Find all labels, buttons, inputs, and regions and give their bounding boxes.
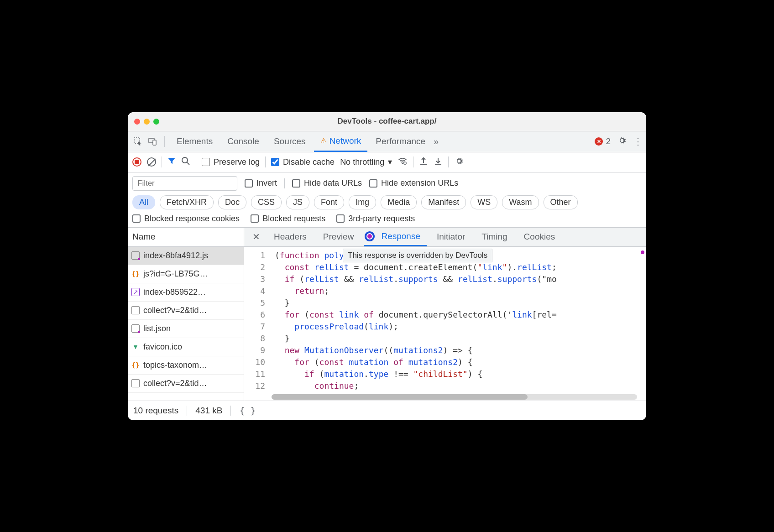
doc-file-icon xyxy=(131,379,140,387)
pretty-print-button[interactable]: { } xyxy=(239,405,256,416)
request-row[interactable]: collect?v=2&tid… xyxy=(128,302,244,320)
chip-fetch-xhr[interactable]: Fetch/XHR xyxy=(160,195,214,209)
separator xyxy=(162,156,162,167)
more-menu-icon[interactable]: ⋮ xyxy=(633,136,643,147)
chip-all[interactable]: All xyxy=(132,195,155,209)
transfer-size: 431 kB xyxy=(195,406,222,416)
chip-wasm[interactable]: Wasm xyxy=(502,195,539,209)
blocked-requests-checkbox[interactable]: Blocked requests xyxy=(251,214,325,224)
zoom-window-button[interactable] xyxy=(153,119,159,125)
minimize-window-button[interactable] xyxy=(144,119,150,125)
disable-cache-label: Disable cache xyxy=(283,157,335,167)
request-name: collect?v=2&tid… xyxy=(143,379,207,388)
error-badge-icon xyxy=(595,137,603,146)
network-toolbar: Preserve log Disable cache No throttling… xyxy=(128,152,646,172)
disable-cache-checkbox[interactable]: Disable cache xyxy=(271,157,335,167)
preserve-log-checkbox[interactable]: Preserve log xyxy=(202,157,260,167)
request-list: Name index-8bfa4912.js {}js?id=G-LB75G… … xyxy=(128,228,244,401)
request-name: favicon.ico xyxy=(143,342,182,352)
hide-data-label: Hide data URLs xyxy=(304,178,362,188)
js-file-icon xyxy=(131,251,140,260)
separator xyxy=(164,136,165,147)
code-content[interactable]: (function polyfil const relList = docume… xyxy=(270,247,646,401)
chip-manifest[interactable]: Manifest xyxy=(421,195,466,209)
chip-ws[interactable]: WS xyxy=(471,195,497,209)
request-row[interactable]: index-8bfa4912.js xyxy=(128,247,244,265)
device-toggle-icon[interactable] xyxy=(146,135,159,148)
tab-performance[interactable]: Performance xyxy=(369,131,432,152)
record-button[interactable] xyxy=(132,157,141,167)
hide-extension-urls-checkbox[interactable]: Hide extension URLs xyxy=(369,178,458,188)
error-count-value: 2 xyxy=(606,136,611,146)
scrollbar-thumb[interactable] xyxy=(272,394,528,400)
settings-gear-icon[interactable] xyxy=(617,136,627,148)
chip-doc[interactable]: Doc xyxy=(218,195,246,209)
tab-cookies[interactable]: Cookies xyxy=(518,228,562,246)
scrollbar-marker xyxy=(641,250,644,254)
request-row[interactable]: collect?v=2&tid… xyxy=(128,375,244,393)
error-count[interactable]: 2 xyxy=(595,136,611,146)
tab-timing[interactable]: Timing xyxy=(475,228,513,246)
filter-input[interactable] xyxy=(132,176,237,191)
tab-response-label: Response xyxy=(381,231,420,241)
hide-data-urls-checkbox[interactable]: Hide data URLs xyxy=(292,178,362,188)
download-icon[interactable] xyxy=(434,156,443,168)
request-row[interactable]: ▼favicon.ico xyxy=(128,338,244,356)
upload-icon[interactable] xyxy=(419,156,428,168)
request-name: index-b859522… xyxy=(143,287,206,297)
tab-elements[interactable]: Elements xyxy=(170,131,219,152)
tab-sources[interactable]: Sources xyxy=(267,131,312,152)
status-bar: 10 requests 431 kB { } xyxy=(128,401,646,420)
chip-media[interactable]: Media xyxy=(381,195,417,209)
chip-font[interactable]: Font xyxy=(314,195,344,209)
tab-network[interactable]: Network xyxy=(314,131,368,152)
filter-icon[interactable] xyxy=(167,157,176,167)
request-row[interactable]: {}topics-taxonom… xyxy=(128,356,244,375)
chip-js[interactable]: JS xyxy=(286,195,309,209)
request-count: 10 requests xyxy=(133,406,178,416)
tab-preview[interactable]: Preview xyxy=(317,228,361,246)
type-filter-chips: All Fetch/XHR Doc CSS JS Font Img Media … xyxy=(132,195,642,209)
third-party-checkbox[interactable]: 3rd-party requests xyxy=(336,214,415,224)
column-header-name[interactable]: Name xyxy=(128,228,244,247)
network-conditions-icon[interactable] xyxy=(397,156,408,168)
blocked-cookies-checkbox[interactable]: Blocked response cookies xyxy=(132,214,240,224)
tab-response[interactable]: Response xyxy=(364,228,427,246)
tab-console[interactable]: Console xyxy=(221,131,266,152)
filter-bar: Invert Hide data URLs Hide extension URL… xyxy=(128,172,646,228)
css-file-icon: ↗ xyxy=(131,288,140,296)
clear-button[interactable] xyxy=(147,157,156,167)
hide-ext-label: Hide extension URLs xyxy=(381,178,458,188)
throttling-value: No throttling xyxy=(340,157,384,167)
preserve-log-label: Preserve log xyxy=(214,157,260,167)
horizontal-scrollbar[interactable] xyxy=(272,394,637,400)
request-rows: index-8bfa4912.js {}js?id=G-LB75G… ↗inde… xyxy=(128,247,244,401)
request-row[interactable]: ↗index-b859522… xyxy=(128,283,244,302)
svg-line-4 xyxy=(187,162,189,165)
close-detail-icon[interactable]: ✕ xyxy=(249,231,264,242)
chip-other[interactable]: Other xyxy=(544,195,578,209)
blocked-cookies-label: Blocked response cookies xyxy=(144,214,240,224)
main-area: Name index-8bfa4912.js {}js?id=G-LB75G… … xyxy=(128,228,646,401)
network-settings-gear-icon[interactable] xyxy=(454,156,464,168)
invert-checkbox[interactable]: Invert xyxy=(245,178,277,188)
inspect-element-icon[interactable] xyxy=(131,135,144,148)
separator xyxy=(413,156,413,167)
override-tooltip: This response is overridden by DevTools xyxy=(343,249,492,262)
separator xyxy=(196,156,196,167)
chip-img[interactable]: Img xyxy=(349,195,376,209)
tab-initiator[interactable]: Initiator xyxy=(430,228,471,246)
svg-rect-2 xyxy=(153,140,156,145)
throttling-select[interactable]: No throttling ▾ xyxy=(340,157,392,167)
search-icon[interactable] xyxy=(181,156,190,168)
devtools-window: DevTools - coffee-cart.app/ Elements Con… xyxy=(128,112,646,420)
json-icon: {} xyxy=(131,361,140,369)
close-window-button[interactable] xyxy=(134,119,140,125)
chip-css[interactable]: CSS xyxy=(251,195,282,209)
request-row[interactable]: {}js?id=G-LB75G… xyxy=(128,265,244,283)
tab-headers[interactable]: Headers xyxy=(267,228,313,246)
request-row[interactable]: list.json xyxy=(128,320,244,338)
titlebar: DevTools - coffee-cart.app/ xyxy=(128,112,646,131)
response-code[interactable]: 123456789101112 (function polyfil const … xyxy=(244,247,646,401)
more-tabs-icon[interactable]: » xyxy=(434,136,439,147)
